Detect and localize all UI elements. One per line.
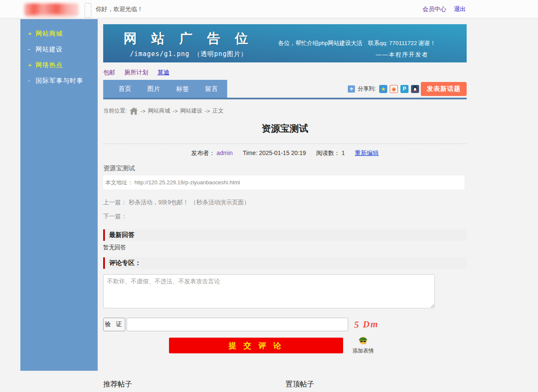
re-edit-link[interactable]: 重新编辑 — [355, 149, 379, 156]
sidebar-item-wangluo-redian[interactable]: +网络热点 — [20, 57, 98, 73]
time-value: 2025-01-15 20:19 — [259, 149, 306, 156]
breadcrumb-item-article[interactable]: 正文 — [212, 107, 223, 115]
pinned-posts-header: 置顶帖子 — [285, 379, 314, 389]
sidebar-item-wangzhan-shangcheng[interactable]: +网站商城 — [20, 26, 98, 42]
site-logo[interactable] — [24, 3, 79, 16]
soldier-emoji-icon — [358, 335, 368, 345]
url-label: 本文地址： — [105, 179, 133, 186]
add-emoji-label: 添加表情 — [352, 347, 374, 355]
new-topic-button[interactable]: 发表新话题 — [421, 82, 467, 96]
ad-banner-subtitle: /images/g1.png （透明png图片） — [103, 50, 274, 58]
tag-links: 包邮 厕所计划 莫迪 — [103, 69, 467, 78]
nav-underline — [103, 98, 467, 99]
expand-icon: + — [28, 61, 36, 68]
captcha-label: 验 证 — [103, 318, 125, 331]
ad-banner-message: 各位，帮忙介绍php网站建设大活 联系qq: 770111722 谢谢！ ——本… — [274, 24, 467, 62]
nav-tabs: 首页 图片 标签 留言 — [103, 80, 227, 98]
logo-placeholder-box — [85, 3, 91, 18]
member-center-link[interactable]: 会员中心 — [423, 6, 446, 12]
no-answers-text: 暂无回答 — [103, 244, 467, 251]
weibo-icon[interactable]: ◉ — [390, 85, 398, 93]
article-meta: 发布者： admin Time: 2025-01-15 20:19 阅读数： 1… — [103, 149, 467, 157]
share-bar: + 分享到: ★ ◉ P — [348, 80, 419, 98]
sidebar-item-wangzhan-jianshe[interactable]: -网站建设 — [20, 42, 98, 57]
captcha-input[interactable] — [127, 318, 348, 331]
sidebar-item-label: 国际军事与时事 — [36, 77, 83, 84]
add-emoji-block[interactable]: 添加表情 — [352, 335, 374, 355]
breadcrumb: 当前位置: -> 网站商城 -> 网站建设 -> 正文 — [103, 106, 467, 116]
pengyou-icon[interactable]: P — [400, 85, 408, 93]
ad-banner-left: 网 站 广 告 位 /images/g1.png （透明png图片） — [103, 24, 274, 62]
tab-home[interactable]: 首页 — [118, 85, 131, 93]
tab-messages[interactable]: 留言 — [205, 85, 218, 93]
prev-post-link[interactable]: 秒杀活动，9块9包邮！ （秒杀活动演示页面） — [129, 199, 250, 206]
tab-tags[interactable]: 标签 — [176, 85, 189, 93]
expand-icon: + — [28, 30, 36, 37]
views-value: 1 — [341, 149, 345, 156]
prev-label: 上一篇： — [103, 199, 127, 206]
qq-icon[interactable] — [411, 85, 419, 93]
tag-link-baoyou[interactable]: 包邮 — [103, 69, 115, 76]
latest-answers-header: 最新回答 — [103, 229, 467, 241]
breadcrumb-sep: -> — [141, 108, 146, 114]
dashed-divider — [103, 144, 467, 144]
ad-banner[interactable]: 网 站 广 告 位 /images/g1.png （透明png图片） 各位，帮忙… — [103, 24, 467, 62]
time-label: Time: — [243, 149, 257, 156]
prev-post-row: 上一篇： 秒杀活动，9块9包邮！ （秒杀活动演示页面） — [103, 199, 467, 206]
collapse-icon: - — [28, 77, 36, 84]
article-url-box: 本文地址： http://120.25.229.19/p-ziyuanbaoce… — [103, 175, 465, 189]
sidebar-item-label: 网站商城 — [36, 30, 63, 37]
publisher-link[interactable]: admin — [217, 149, 233, 156]
welcome-text: 你好，欢迎光临！ — [96, 0, 143, 18]
ad-banner-title: 网 站 广 告 位 — [103, 30, 274, 48]
submit-row: 提 交 评 论 添加表情 — [103, 338, 467, 355]
tag-link-cesuojihua[interactable]: 厕所计划 — [124, 69, 148, 76]
breadcrumb-item-shop[interactable]: 网站商城 — [148, 107, 170, 115]
comment-textarea[interactable] — [103, 274, 435, 308]
account-links: 会员中心 退出 — [417, 0, 466, 18]
recommended-posts-header: 推荐帖子 — [103, 380, 132, 388]
url-value: http://120.25.229.19/p-ziyuanbaoceshi.ht… — [135, 179, 240, 186]
share-plus-icon[interactable]: + — [348, 85, 355, 93]
publisher-label: 发布者： — [191, 149, 215, 156]
sidebar-item-guoji-junshi[interactable]: -国际军事与时事 — [20, 73, 98, 89]
submit-comment-button[interactable]: 提 交 评 论 — [169, 338, 343, 353]
article-body: 资源宝测试 — [103, 164, 467, 172]
next-post-row: 下一篇： — [103, 213, 467, 220]
share-label: 分享到: — [358, 85, 376, 93]
home-icon[interactable] — [130, 107, 138, 115]
qzone-icon[interactable]: ★ — [379, 85, 387, 93]
breadcrumb-sep: -> — [173, 108, 178, 114]
nav-row: 首页 图片 标签 留言 + 分享到: ★ ◉ P 发表新话题 — [103, 80, 467, 98]
qq-penguin-icon — [412, 86, 418, 92]
article-title: 资源宝测试 — [103, 122, 467, 135]
breadcrumb-item-build[interactable]: 网站建设 — [180, 107, 202, 115]
logout-link[interactable]: 退出 — [454, 6, 466, 12]
next-label: 下一篇： — [103, 213, 127, 220]
collapse-icon: - — [28, 45, 36, 53]
tab-images[interactable]: 图片 — [147, 85, 160, 93]
footer-columns: 推荐帖子 置顶帖子 — [103, 379, 467, 390]
sidebar-item-label: 网络热点 — [36, 61, 63, 68]
views-label: 阅读数： — [316, 149, 340, 156]
captcha-image[interactable]: 5 Dm — [354, 319, 379, 330]
category-sidebar: +网站商城 -网站建设 +网络热点 -国际军事与时事 — [20, 19, 98, 371]
breadcrumb-sep: -> — [205, 108, 210, 114]
top-bar: 你好，欢迎光临！ 会员中心 退出 — [0, 0, 538, 18]
captcha-row: 验 证 5 Dm — [103, 318, 467, 331]
sidebar-item-label: 网站建设 — [36, 45, 63, 53]
ad-banner-line1: 各位，帮忙介绍php网站建设大活 联系qq: 770111722 谢谢！ — [278, 39, 445, 47]
breadcrumb-prefix: 当前位置: — [103, 107, 127, 115]
ad-banner-line2: ——本程序开发者 — [278, 51, 445, 59]
main-content: 网 站 广 告 位 /images/g1.png （透明png图片） 各位，帮忙… — [103, 18, 467, 390]
tag-link-modi[interactable]: 莫迪 — [158, 69, 169, 76]
comment-section-header: 评论专区： — [103, 257, 467, 269]
